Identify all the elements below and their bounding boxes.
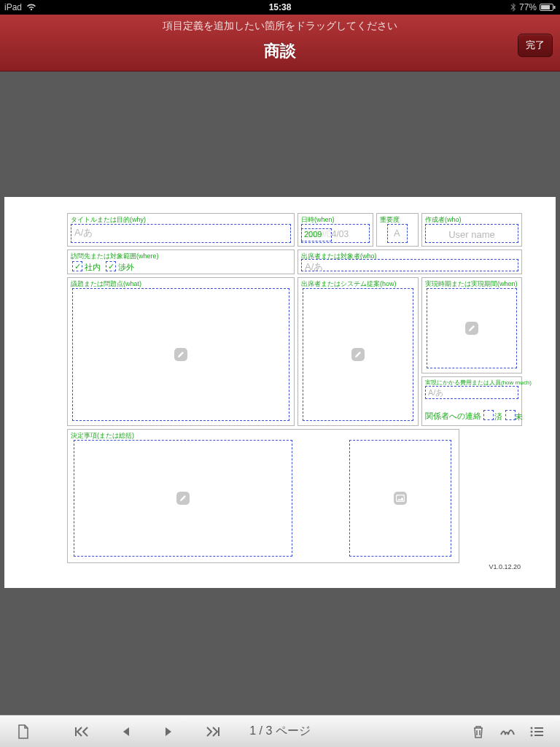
field-priority[interactable]: 重要度 A [376,213,419,247]
svg-point-4 [531,727,533,729]
header-bar: 項目定義を追加したい箇所をドラッグしてください 商談 完了 [0,15,560,71]
instruction-text: 項目定義を追加したい箇所をドラッグしてください [0,15,560,33]
field-where-label: 訪問先または対象範囲(where) [71,252,159,261]
form-page: タイトルまたは目的(why) A/あ 日時(when) 2009/04/03 2… [67,213,522,572]
checkbox-external[interactable]: ✓ [106,261,116,271]
next-page-button[interactable] [155,716,184,748]
checkbox-external-label: 渉外 [118,262,134,273]
field-how[interactable]: 出席者またはシステム提案(how) [298,277,419,426]
signature-button[interactable] [493,716,522,748]
svg-point-8 [531,734,533,736]
svg-rect-3 [397,495,405,502]
pencil-icon [174,348,187,361]
svg-rect-1 [541,5,550,9]
battery-icon [540,4,556,11]
list-button[interactable] [522,716,551,748]
field-date[interactable]: 日時(when) 2009/04/03 2009 [298,213,373,247]
field-date-overlay: 2009 [304,230,322,239]
svg-rect-9 [534,735,543,736]
first-page-button[interactable] [67,716,96,748]
page-title: 商談 [0,40,560,62]
checkbox-internal[interactable]: ✓ [72,261,82,271]
pencil-icon [176,492,190,505]
field-priority-placeholder: A [394,228,400,239]
checkbox-internal-label: 社内 [85,262,101,273]
field-contact-label: 関係者への連絡 [425,411,481,422]
clock: 15:38 [269,2,292,12]
image-icon [394,492,407,505]
pencil-icon [465,322,478,335]
battery-label: 77% [519,2,537,12]
field-author[interactable]: 作成者(who) User name [421,213,522,247]
trash-button[interactable] [464,716,493,748]
new-page-button[interactable] [9,716,38,748]
version-label: V1.0.12.20 [489,563,521,570]
field-what[interactable]: 議題または問題点(what) [67,277,295,426]
device-label: iPad [4,2,22,12]
field-decision[interactable]: 決定事項(または総括) [67,429,459,563]
field-author-placeholder: User name [448,229,495,240]
field-title[interactable]: タイトルまたは目的(why) A/あ [67,213,295,247]
checkbox-done[interactable] [483,410,494,420]
bluetooth-icon [510,3,516,12]
svg-rect-2 [554,6,556,9]
form-canvas[interactable]: タイトルまたは目的(why) A/あ 日時(when) 2009/04/03 2… [4,197,556,588]
toolbar: 1 / 3 ページ [0,715,560,747]
pager-label: 1 / 3 ページ [249,724,311,739]
field-title-placeholder: A/あ [74,226,93,239]
field-who[interactable]: 出席者または対象者(who) A/あ [298,249,522,274]
done-button[interactable]: 完了 [518,34,553,57]
svg-rect-5 [534,727,543,729]
prev-page-button[interactable] [111,716,140,748]
field-howmuch[interactable]: 実現にかかる費用または人員(how much) A/あ 関係者への連絡 済 未 … [421,376,522,426]
wifi-icon [26,4,36,11]
field-where[interactable]: 訪問先または対象範囲(where) ✓ 社内 ✓ 渉外 [67,249,295,274]
checkbox-done-label: 済 [494,411,502,422]
field-when2[interactable]: 実現時期または実現期間(when) [421,277,522,374]
status-bar: iPad 15:38 77% [0,0,560,15]
svg-point-6 [531,730,533,732]
last-page-button[interactable] [198,716,228,748]
pencil-icon [351,348,365,361]
field-who-placeholder: A/あ [305,260,323,274]
svg-rect-7 [534,731,543,732]
checkbox-notyet[interactable] [505,410,516,420]
field-howmuch-placeholder: A/あ [428,387,443,398]
